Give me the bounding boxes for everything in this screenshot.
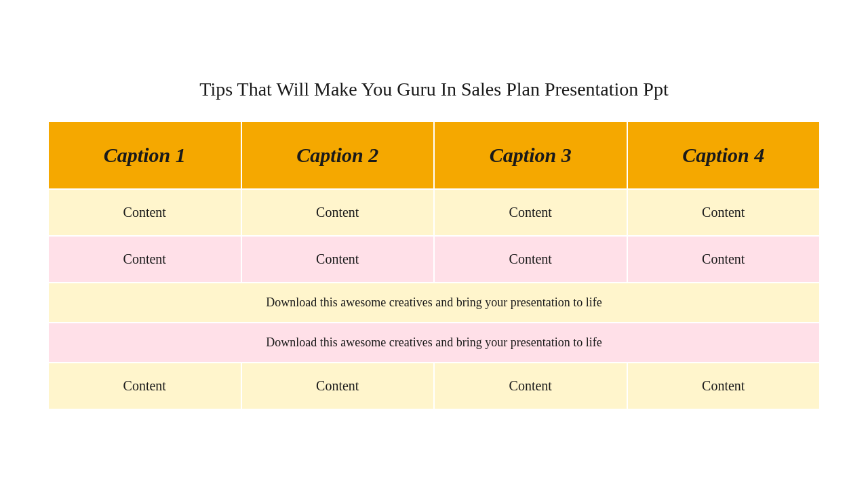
header-cell-4: Caption 4 (627, 121, 821, 189)
content-cell-3-4: Content (627, 363, 821, 409)
header-row: Caption 1 Caption 2 Caption 3 Caption 4 (48, 121, 820, 189)
full-row-1: Download this awesome creatives and brin… (48, 283, 820, 323)
header-cell-1: Caption 1 (48, 121, 241, 189)
page-title: Tips That Will Make You Guru In Sales Pl… (199, 79, 668, 100)
content-cell-2-3: Content (434, 236, 627, 283)
content-cell-3-2: Content (241, 363, 435, 409)
content-cell-3-1: Content (48, 363, 241, 409)
content-cell-1-1: Content (48, 189, 241, 236)
full-row-text-1: Download this awesome creatives and brin… (48, 283, 820, 323)
content-cell-2-2: Content (241, 236, 435, 283)
content-row-3: Content Content Content Content (48, 363, 820, 409)
content-cell-1-3: Content (434, 189, 627, 236)
header-cell-2: Caption 2 (241, 121, 435, 189)
content-row-2: Content Content Content Content (48, 236, 820, 283)
content-cell-1-4: Content (627, 189, 821, 236)
content-cell-1-2: Content (241, 189, 435, 236)
content-cell-2-1: Content (48, 236, 241, 283)
header-cell-3: Caption 3 (434, 121, 627, 189)
content-cell-2-4: Content (627, 236, 821, 283)
main-table: Caption 1 Caption 2 Caption 3 Caption 4 … (47, 121, 821, 410)
full-row-text-2: Download this awesome creatives and brin… (48, 323, 820, 363)
content-cell-3-3: Content (434, 363, 627, 409)
full-row-2: Download this awesome creatives and brin… (48, 323, 820, 363)
content-row-1: Content Content Content Content (48, 189, 820, 236)
